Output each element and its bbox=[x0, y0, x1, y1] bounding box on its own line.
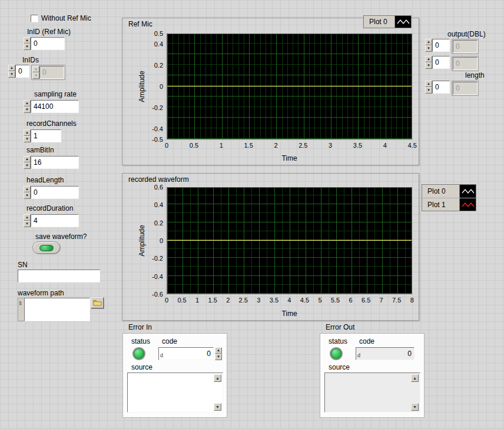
output-index-spinner[interactable]: ▲▼ bbox=[425, 56, 432, 69]
error-in-code-input[interactable] bbox=[164, 348, 213, 360]
sambitin-spinner[interactable]: ▲▼ bbox=[24, 156, 31, 169]
record-channels-input[interactable] bbox=[31, 129, 61, 142]
increment-icon[interactable]: ▲ bbox=[24, 37, 31, 44]
legend-row-plot1[interactable]: Plot 1 bbox=[422, 198, 476, 211]
inid-control[interactable]: ▲▼ bbox=[24, 37, 65, 50]
without-ref-mic-checkbox[interactable]: Without Ref Mic bbox=[31, 14, 91, 22]
decrement-icon[interactable]: ▼ bbox=[425, 62, 432, 69]
increment-icon[interactable]: ▲ bbox=[24, 100, 31, 107]
increment-icon[interactable]: ▲ bbox=[24, 129, 31, 136]
sambitin-input[interactable] bbox=[31, 156, 79, 169]
record-duration-input[interactable] bbox=[31, 214, 79, 227]
ref-mic-y-ticks: 0.50.40.20-0.2-0.4-0.5 bbox=[146, 34, 165, 139]
length-index-spinner[interactable]: ▲▼ bbox=[425, 81, 432, 94]
increment-icon[interactable]: ▲ bbox=[425, 81, 432, 87]
error-in-source-input[interactable] bbox=[128, 373, 223, 412]
increment-icon: ▲ bbox=[32, 66, 39, 72]
plot1-waveform-icon[interactable] bbox=[459, 198, 476, 211]
increment-icon[interactable]: ▲ bbox=[215, 347, 222, 354]
output-dbl-label: output(DBL) bbox=[447, 30, 486, 38]
decrement-icon[interactable]: ▼ bbox=[215, 354, 222, 360]
increment-icon[interactable]: ▲ bbox=[24, 214, 31, 221]
headlength-label: headLength bbox=[26, 176, 64, 184]
decrement-icon[interactable]: ▼ bbox=[24, 136, 31, 142]
scroll-up-icon[interactable]: ▲ bbox=[214, 374, 221, 382]
decrement-icon[interactable]: ▼ bbox=[24, 107, 31, 113]
output-index-input[interactable] bbox=[432, 56, 450, 69]
error-in-code-spinner[interactable]: ▲▼ bbox=[215, 347, 222, 360]
increment-icon[interactable]: ▲ bbox=[24, 156, 31, 162]
sn-label: SN bbox=[18, 261, 28, 269]
recorded-plot-area bbox=[167, 187, 412, 294]
decrement-icon[interactable]: ▼ bbox=[24, 44, 31, 50]
headlength-spinner[interactable]: ▲▼ bbox=[24, 186, 31, 199]
recorded-waveform-title: recorded waveform bbox=[128, 175, 189, 184]
inids-array-control[interactable]: ▲▼ ▲▼ 0 bbox=[8, 65, 65, 80]
increment-icon[interactable]: ▲ bbox=[8, 65, 15, 71]
error-out-cluster: status code d 0 source ▲ ▼ bbox=[320, 333, 425, 418]
decrement-icon[interactable]: ▼ bbox=[24, 162, 31, 169]
ref-mic-x-axis-label: Time bbox=[167, 154, 412, 162]
decrement-icon[interactable]: ▼ bbox=[425, 45, 432, 52]
increment-icon[interactable]: ▲ bbox=[425, 39, 432, 45]
waveform-path-input[interactable] bbox=[24, 298, 90, 321]
plot0-waveform-icon[interactable] bbox=[459, 185, 476, 198]
waveform-path-label: waveform path bbox=[18, 289, 64, 297]
ref-mic-x-ticks: 00.511.522.533.544.5 bbox=[153, 142, 426, 149]
decrement-icon[interactable]: ▼ bbox=[24, 221, 31, 227]
record-duration-spinner[interactable]: ▲▼ bbox=[24, 214, 31, 227]
length-label: length bbox=[465, 71, 485, 79]
folder-icon bbox=[93, 300, 102, 306]
sampling-rate-control[interactable]: ▲▼ bbox=[24, 100, 79, 113]
sampling-rate-input[interactable] bbox=[31, 100, 79, 113]
output-dbl-row-1[interactable]: ▲▼ 0 bbox=[425, 56, 479, 71]
checkbox-box-icon[interactable] bbox=[31, 15, 38, 22]
error-out-source-indicator: ▲ ▼ bbox=[324, 373, 420, 413]
sn-input[interactable] bbox=[18, 270, 100, 282]
scroll-up-icon[interactable]: ▲ bbox=[411, 374, 419, 382]
waveform-path-control[interactable] bbox=[18, 298, 90, 321]
legend-plot1-label[interactable]: Plot 1 bbox=[422, 198, 459, 211]
output-index-spinner[interactable]: ▲▼ bbox=[425, 39, 432, 52]
ref-mic-graph-title: Ref Mic bbox=[128, 20, 152, 28]
record-channels-spinner[interactable]: ▲▼ bbox=[24, 129, 31, 142]
output-dbl-row-0[interactable]: ▲▼ 0 bbox=[425, 39, 479, 54]
browse-button[interactable] bbox=[91, 297, 104, 308]
radix-indicator: d bbox=[159, 352, 164, 360]
inids-index-spinner[interactable]: ▲▼ bbox=[8, 65, 15, 78]
increment-icon[interactable]: ▲ bbox=[24, 186, 31, 192]
headlength-input[interactable] bbox=[31, 186, 79, 199]
length-control[interactable]: ▲▼ 0 bbox=[425, 81, 479, 96]
ref-mic-legend[interactable]: Plot 0 bbox=[363, 15, 412, 28]
headlength-control[interactable]: ▲▼ bbox=[24, 186, 79, 199]
sampling-rate-spinner[interactable]: ▲▼ bbox=[24, 100, 31, 113]
output-index-input[interactable] bbox=[432, 39, 450, 52]
decrement-icon[interactable]: ▼ bbox=[8, 71, 15, 78]
scroll-down-icon[interactable]: ▼ bbox=[214, 403, 221, 411]
length-index-input[interactable] bbox=[432, 81, 450, 94]
decrement-icon[interactable]: ▼ bbox=[24, 192, 31, 199]
legend-row-plot0[interactable]: Plot 0 bbox=[422, 185, 476, 198]
record-channels-control[interactable]: ▲▼ bbox=[24, 129, 61, 142]
error-out-title: Error Out bbox=[326, 323, 354, 331]
recorded-y-ticks: 0.60.40.20-0.2-0.4-0.6 bbox=[146, 187, 165, 294]
legend-plot0-label[interactable]: Plot 0 bbox=[364, 16, 394, 28]
save-waveform-button[interactable] bbox=[32, 241, 61, 254]
increment-icon[interactable]: ▲ bbox=[425, 56, 432, 62]
zero-line bbox=[167, 86, 412, 87]
error-out-code-value: 0 bbox=[361, 348, 414, 360]
inid-input[interactable] bbox=[31, 37, 65, 50]
without-ref-mic-label: Without Ref Mic bbox=[41, 14, 91, 22]
zero-line bbox=[167, 240, 412, 241]
inids-index-input[interactable] bbox=[15, 65, 29, 78]
error-in-code-control[interactable]: d bbox=[158, 347, 214, 360]
record-duration-control[interactable]: ▲▼ bbox=[24, 214, 79, 227]
legend-plot0-label[interactable]: Plot 0 bbox=[422, 185, 459, 198]
inid-spinner[interactable]: ▲▼ bbox=[24, 37, 31, 50]
recorded-x-axis-label: Time bbox=[167, 310, 412, 318]
sambitin-control[interactable]: ▲▼ bbox=[24, 156, 79, 169]
decrement-icon[interactable]: ▼ bbox=[425, 87, 432, 94]
plot0-waveform-icon[interactable] bbox=[394, 16, 411, 28]
recorded-waveform-legend[interactable]: Plot 0 Plot 1 bbox=[422, 184, 476, 211]
scroll-down-icon[interactable]: ▼ bbox=[411, 403, 419, 411]
